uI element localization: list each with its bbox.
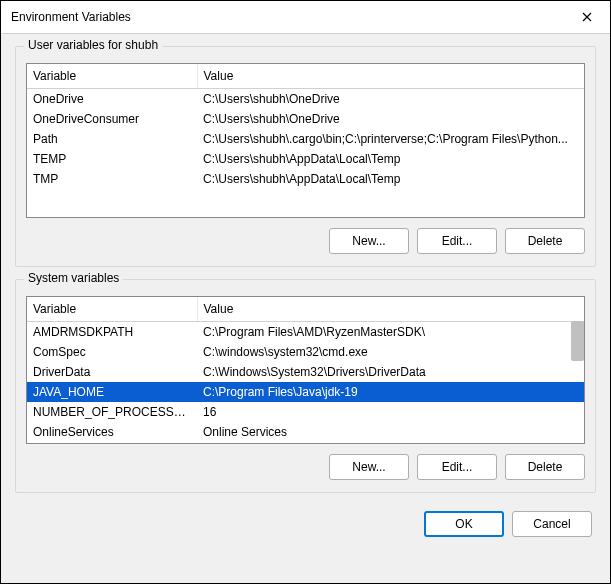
cell-value: C:\Users\shubh\AppData\Local\Temp	[197, 149, 584, 169]
table-row[interactable]: OnlineServicesOnline Services	[27, 422, 584, 442]
system-new-button[interactable]: New...	[329, 454, 409, 480]
env-vars-dialog: Environment Variables User variables for…	[0, 0, 611, 584]
table-row[interactable]: OSWindows_NT	[27, 442, 584, 444]
table-row[interactable]: TMPC:\Users\shubh\AppData\Local\Temp	[27, 169, 584, 189]
cell-value: C:\Users\shubh\OneDrive	[197, 109, 584, 129]
window-title: Environment Variables	[11, 10, 131, 24]
system-vars-label: System variables	[24, 271, 123, 285]
table-row[interactable]: ComSpecC:\windows\system32\cmd.exe	[27, 342, 584, 362]
cell-value: C:\Program Files\Java\jdk-19	[197, 382, 584, 402]
table-row[interactable]: JAVA_HOMEC:\Program Files\Java\jdk-19	[27, 382, 584, 402]
user-btn-row: New... Edit... Delete	[26, 228, 585, 254]
user-delete-button[interactable]: Delete	[505, 228, 585, 254]
cell-value: C:\Program Files\AMD\RyzenMasterSDK\	[197, 322, 584, 343]
cell-value: C:\Users\shubh\OneDrive	[197, 89, 584, 110]
user-col-value[interactable]: Value	[197, 64, 584, 89]
cell-value: Windows_NT	[197, 442, 584, 444]
cell-variable: JAVA_HOME	[27, 382, 197, 402]
user-edit-button[interactable]: Edit...	[417, 228, 497, 254]
table-row[interactable]: NUMBER_OF_PROCESSORS16	[27, 402, 584, 422]
cell-value: Online Services	[197, 422, 584, 442]
system-btn-row: New... Edit... Delete	[26, 454, 585, 480]
dialog-btn-row: OK Cancel	[15, 505, 596, 541]
system-edit-button[interactable]: Edit...	[417, 454, 497, 480]
cell-value: C:\Users\shubh\.cargo\bin;C:\printervers…	[197, 129, 584, 149]
system-col-value[interactable]: Value	[197, 297, 584, 322]
table-row[interactable]: TEMPC:\Users\shubh\AppData\Local\Temp	[27, 149, 584, 169]
table-row[interactable]: PathC:\Users\shubh\.cargo\bin;C:\printer…	[27, 129, 584, 149]
table-row[interactable]: AMDRMSDKPATHC:\Program Files\AMD\RyzenMa…	[27, 322, 584, 343]
close-icon[interactable]	[572, 7, 602, 27]
cell-value: 16	[197, 402, 584, 422]
cell-variable: DriverData	[27, 362, 197, 382]
cancel-button[interactable]: Cancel	[512, 511, 592, 537]
table-row[interactable]: OneDriveC:\Users\shubh\OneDrive	[27, 89, 584, 110]
scrollbar-thumb[interactable]	[571, 321, 584, 361]
system-vars-group: System variables Variable Value AMDRMSDK…	[15, 279, 596, 493]
table-row[interactable]: OneDriveConsumerC:\Users\shubh\OneDrive	[27, 109, 584, 129]
dialog-content: User variables for shubh Variable Value …	[1, 34, 610, 583]
system-col-variable[interactable]: Variable	[27, 297, 197, 322]
system-delete-button[interactable]: Delete	[505, 454, 585, 480]
cell-value: C:\Windows\System32\Drivers\DriverData	[197, 362, 584, 382]
system-vars-table-wrap: Variable Value AMDRMSDKPATHC:\Program Fi…	[26, 296, 585, 444]
cell-variable: TEMP	[27, 149, 197, 169]
cell-variable: ComSpec	[27, 342, 197, 362]
user-vars-table-wrap: Variable Value OneDriveC:\Users\shubh\On…	[26, 63, 585, 218]
cell-variable: AMDRMSDKPATH	[27, 322, 197, 343]
table-row[interactable]: DriverDataC:\Windows\System32\Drivers\Dr…	[27, 362, 584, 382]
cell-variable: OS	[27, 442, 197, 444]
cell-variable: OnlineServices	[27, 422, 197, 442]
user-col-variable[interactable]: Variable	[27, 64, 197, 89]
user-vars-group: User variables for shubh Variable Value …	[15, 46, 596, 267]
ok-button[interactable]: OK	[424, 511, 504, 537]
cell-variable: NUMBER_OF_PROCESSORS	[27, 402, 197, 422]
cell-variable: TMP	[27, 169, 197, 189]
titlebar: Environment Variables	[1, 1, 610, 34]
user-new-button[interactable]: New...	[329, 228, 409, 254]
cell-value: C:\windows\system32\cmd.exe	[197, 342, 584, 362]
user-vars-table[interactable]: Variable Value OneDriveC:\Users\shubh\On…	[27, 64, 584, 189]
cell-value: C:\Users\shubh\AppData\Local\Temp	[197, 169, 584, 189]
cell-variable: Path	[27, 129, 197, 149]
cell-variable: OneDrive	[27, 89, 197, 110]
user-vars-label: User variables for shubh	[24, 38, 162, 52]
system-vars-table[interactable]: Variable Value AMDRMSDKPATHC:\Program Fi…	[27, 297, 584, 444]
cell-variable: OneDriveConsumer	[27, 109, 197, 129]
